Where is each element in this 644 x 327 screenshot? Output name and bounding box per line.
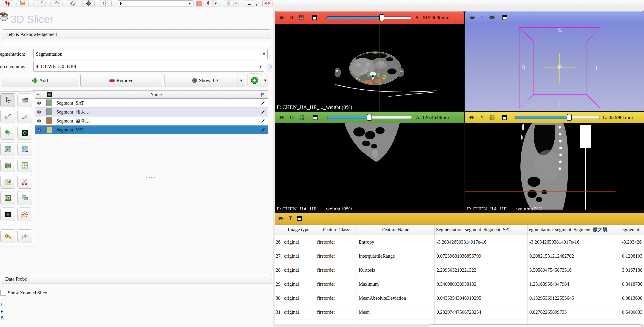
feature-column-header[interactable]: egmentati bbox=[620, 225, 644, 235]
add-segment-button[interactable]: Add bbox=[2, 74, 78, 87]
active-node-selector[interactable]: F▼ bbox=[117, 0, 194, 6]
color-column-icon[interactable] bbox=[44, 92, 54, 97]
scissors-effect-button[interactable] bbox=[18, 175, 32, 189]
place-point-button[interactable] bbox=[204, 0, 213, 6]
edit-pencil-icon[interactable] bbox=[258, 118, 268, 124]
name-column-header[interactable]: Name bbox=[54, 92, 258, 98]
feature-column-header[interactable]: Image type bbox=[282, 225, 315, 235]
segment-color-swatch[interactable] bbox=[44, 108, 54, 115]
slice-offset-slider[interactable] bbox=[515, 114, 600, 121]
red-slice-image[interactable]: F: CHEN_JIA_HE_..._weight (0%)B: 4: CT W… bbox=[275, 24, 464, 111]
feature-table-row[interactable]: 29originalfirstorderMaximum0.34098003895… bbox=[275, 277, 644, 292]
grow-from-seeds-effect-button[interactable] bbox=[0, 142, 15, 156]
threshold-effect-button[interactable] bbox=[18, 93, 32, 107]
data-probe-section[interactable]: Data Probe bbox=[2, 274, 272, 284]
roi-tool-button[interactable] bbox=[99, 0, 112, 6]
slice-visibility-icon[interactable] bbox=[299, 114, 305, 120]
pushpin-icon[interactable] bbox=[278, 116, 284, 119]
maximize-view-icon[interactable] bbox=[502, 115, 507, 120]
yellow-slice-viewport[interactable]: Y L: 45.9961mm bbox=[465, 112, 644, 210]
red-slice-viewport[interactable]: R S: -615.0000mm bbox=[275, 12, 464, 111]
maximize-view-icon[interactable] bbox=[313, 115, 318, 120]
source-volume-selector[interactable]: 4: CT WB 3.0 B30f▼ bbox=[33, 61, 264, 72]
place-point-dropdown[interactable]: ▼ bbox=[213, 0, 218, 6]
scrollbar-handle[interactable] bbox=[430, 324, 642, 327]
slice-offset-slider[interactable] bbox=[326, 14, 412, 21]
paint-effect-button[interactable] bbox=[0, 110, 15, 124]
more-options-button[interactable]: ... bbox=[244, 0, 255, 6]
feature-column-header[interactable] bbox=[275, 225, 282, 235]
margin-effect-button[interactable] bbox=[0, 158, 15, 172]
switch-dropdown[interactable]: ▼ bbox=[263, 74, 268, 87]
show-3d-button[interactable]: Show 3D ▼ bbox=[164, 74, 245, 87]
feature-column-header[interactable]: Feature Class bbox=[315, 225, 357, 235]
none-effect-button[interactable] bbox=[0, 93, 15, 107]
radiomics-feature-table[interactable]: Image typeFeature ClassFeature NameSegme… bbox=[275, 224, 644, 327]
maximize-view-icon[interactable] bbox=[312, 15, 317, 20]
center-view-icon[interactable] bbox=[489, 15, 495, 20]
level-tracing-effect-button[interactable] bbox=[18, 126, 32, 140]
markups-glyph-button[interactable] bbox=[262, 0, 272, 6]
erase-effect-button[interactable] bbox=[0, 126, 15, 140]
feature-column-header[interactable]: Segmentation_segment_Segment_SAT bbox=[435, 225, 528, 235]
islands-effect-button[interactable] bbox=[0, 191, 15, 205]
remove-segment-button[interactable]: Remove bbox=[80, 74, 162, 87]
ruler-tool-button[interactable] bbox=[16, 0, 28, 6]
yellow-slice-image[interactable]: F: CHEN_JIA_HE_..._weight (0%)B: 4: CT W… bbox=[465, 123, 644, 210]
maximize-view-icon[interactable] bbox=[502, 15, 507, 20]
segmentation-selector[interactable]: Segmentation▼ bbox=[33, 49, 268, 59]
pushpin-icon[interactable] bbox=[278, 16, 284, 20]
segment-row[interactable]: Segment_腰大肌 bbox=[34, 108, 268, 116]
feature-table-row[interactable]: 28originalfirstorderKurtosis2.2995032102… bbox=[275, 263, 644, 277]
edit-pencil-icon[interactable] bbox=[258, 128, 268, 132]
plane-tool-button[interactable] bbox=[82, 0, 95, 6]
slice-visibility-icon[interactable] bbox=[298, 15, 304, 21]
threed-scene[interactable]: S I R L P bbox=[465, 24, 644, 111]
point-list-tool-button[interactable] bbox=[2, 0, 13, 6]
feature-table-row[interactable]: 30originalfirstorderMeanAbsoluteDeviatio… bbox=[275, 292, 644, 306]
segment-row[interactable]: Segment_VAT bbox=[34, 126, 268, 134]
feature-column-header[interactable]: egmentation_segment_Segment_腰大肌 bbox=[528, 225, 620, 235]
closed-curve-tool-button[interactable] bbox=[67, 0, 79, 6]
delete-points-button[interactable] bbox=[224, 0, 233, 6]
switch-to-segmentations-button[interactable] bbox=[247, 74, 262, 87]
slice-visibility-icon[interactable] bbox=[489, 114, 495, 120]
segment-color-swatch[interactable] bbox=[44, 100, 54, 106]
open-curve-tool-button[interactable] bbox=[50, 0, 62, 6]
mask-volume-effect-button[interactable] bbox=[0, 208, 15, 221]
more-options-dropdown[interactable]: ▼ bbox=[256, 3, 257, 6]
segment-color-swatch[interactable] bbox=[44, 126, 54, 133]
logical-operators-effect-button[interactable] bbox=[18, 191, 32, 205]
draw-effect-button[interactable] bbox=[18, 110, 32, 124]
maximize-view-icon[interactable] bbox=[297, 216, 302, 221]
feature-table-row[interactable]: 27originalfirstorderInterquartileRange0.… bbox=[275, 249, 644, 263]
collapsed-section[interactable] bbox=[2, 41, 271, 47]
feature-table-row[interactable]: 26originalfirstorderEntropy-3.2034265038… bbox=[275, 235, 644, 249]
feature-table-row[interactable]: 31originalfirstorderMean0.23297447506723… bbox=[275, 306, 644, 320]
specify-geometry-button[interactable] bbox=[266, 61, 274, 72]
green-slice-image[interactable]: F: CHEN_JIA_HE_..._weight (0%)B: 4: CT W… bbox=[275, 123, 464, 210]
threed-viewport[interactable]: 1 S I R L P bbox=[465, 12, 644, 111]
slice-offset-slider[interactable] bbox=[327, 114, 412, 121]
segment-row[interactable]: Segment_竖脊肌 bbox=[34, 116, 268, 126]
show-3d-dropdown[interactable]: ▼ bbox=[238, 74, 245, 87]
help-acknowledgement-section[interactable]: Help & Acknowledgement bbox=[2, 30, 271, 39]
redo-button[interactable] bbox=[18, 229, 32, 243]
fill-between-slices-effect-button[interactable] bbox=[18, 142, 32, 156]
edit-pencil-icon[interactable] bbox=[258, 101, 268, 106]
panel-resize-handle[interactable] bbox=[146, 178, 155, 178]
pushpin-icon[interactable] bbox=[469, 116, 475, 119]
segment-color-swatch[interactable] bbox=[44, 118, 54, 124]
pushpin-icon[interactable] bbox=[469, 16, 475, 20]
horizontal-scrollbar[interactable] bbox=[275, 324, 644, 327]
angle-tool-button[interactable] bbox=[34, 0, 46, 6]
feature-column-header[interactable]: Feature Name bbox=[357, 225, 435, 235]
surface-cut-effect-button[interactable] bbox=[18, 208, 32, 221]
undo-button[interactable] bbox=[0, 229, 15, 243]
color-swatch-button[interactable] bbox=[196, 1, 202, 6]
hollow-effect-button[interactable] bbox=[18, 158, 32, 172]
edit-pencil-icon[interactable] bbox=[258, 110, 268, 114]
pushpin-icon[interactable] bbox=[278, 216, 284, 220]
green-slice-viewport[interactable]: G A: 126.4648mm F: CHEN_JIA_HE_..._weigh… bbox=[275, 112, 464, 210]
status-flag-icon[interactable] bbox=[258, 92, 268, 97]
